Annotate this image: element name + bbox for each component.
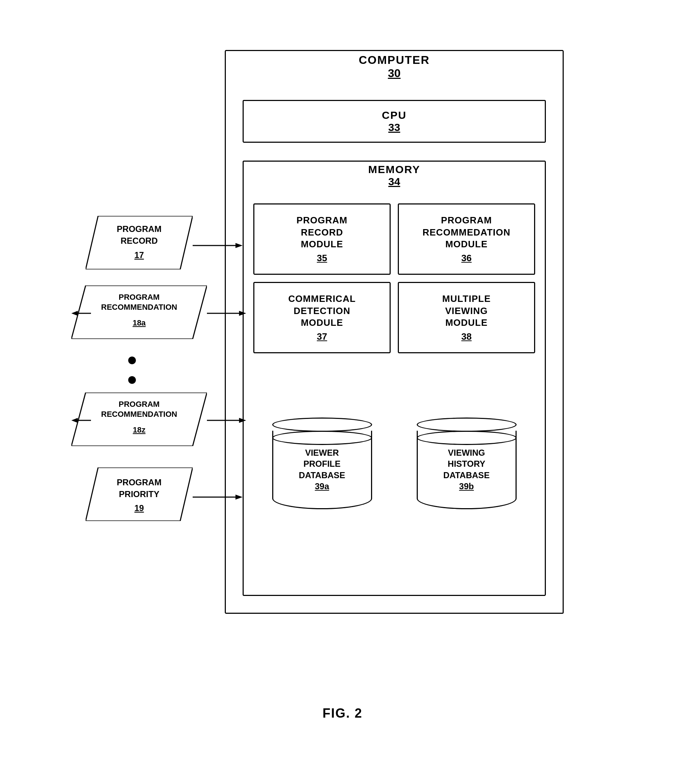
- database-row: VIEWERPROFILEDATABASE 39a VIEWINGHISTORY…: [253, 417, 535, 509]
- arrow-18z-right: [207, 415, 250, 427]
- svg-text:19: 19: [135, 503, 144, 513]
- module-grid: PROGRAMRECORDMODULE 35 PROGRAMRECOMMEDAT…: [253, 203, 535, 360]
- program-record-para: PROGRAM RECORD 17: [86, 216, 193, 271]
- commercial-detection-module-box: COMMERICALDETECTIONMODULE 37: [253, 282, 391, 353]
- program-record-svg: PROGRAM RECORD 17: [86, 216, 193, 269]
- cylinder-top-2: [417, 417, 516, 432]
- program-recommendation-module-box: PROGRAMRECOMMEDATIONMODULE 36: [398, 203, 535, 275]
- svg-marker-11: [71, 311, 78, 316]
- arrow-svg-6: [193, 492, 246, 502]
- cpu-box: CPU 33: [243, 100, 546, 143]
- vhdb-text: VIEWINGHISTORYDATABASE 39b: [440, 447, 493, 492]
- diagram-container: COMPUTER 30 CPU 33 MEMORY 34 PROGRAMRECO…: [71, 29, 614, 724]
- cylinder-top-1: [272, 417, 372, 432]
- arrow-18z-left: [71, 415, 93, 427]
- svg-marker-13: [239, 311, 246, 316]
- prcm-title: PROGRAMRECOMMEDATIONMODULE: [422, 214, 511, 250]
- mvm-title: MULTIPLEVIEWINGMODULE: [442, 293, 490, 329]
- computer-title: COMPUTER: [359, 54, 430, 67]
- svg-marker-19: [71, 418, 78, 423]
- memory-title: MEMORY: [368, 164, 420, 175]
- arrow-pr-to-module: [193, 240, 246, 252]
- svg-text:RECOMMENDATION: RECOMMENDATION: [101, 410, 177, 419]
- computer-num: 30: [225, 67, 564, 80]
- vpdb-num: 39a: [299, 480, 345, 492]
- viewing-history-db-container: VIEWINGHISTORYDATABASE 39b: [398, 417, 535, 509]
- program-priority-svg: PROGRAM PRIORITY 19: [86, 467, 193, 521]
- cylinder-body-1: VIEWERPROFILEDATABASE 39a: [272, 431, 372, 509]
- cpu-num: 33: [388, 121, 400, 133]
- arrow-svg-3: [207, 308, 250, 319]
- program-record-module-box: PROGRAMRECORDMODULE 35: [253, 203, 391, 275]
- cpu-title: CPU: [382, 109, 406, 121]
- svg-text:PROGRAM: PROGRAM: [119, 293, 160, 302]
- viewer-profile-db-cylinder: VIEWERPROFILEDATABASE 39a: [272, 417, 372, 509]
- multiple-viewing-module-box: MULTIPLEVIEWINGMODULE 38: [398, 282, 535, 353]
- prm-num: 35: [317, 253, 327, 264]
- svg-text:PROGRAM: PROGRAM: [117, 224, 161, 234]
- vhdb-num: 39b: [443, 480, 490, 492]
- arrow-svg-2: [71, 308, 93, 319]
- arrow-svg-1: [193, 240, 246, 251]
- svg-text:PROGRAM: PROGRAM: [119, 400, 160, 409]
- program-priority-para: PROGRAM PRIORITY 19: [86, 467, 193, 523]
- svg-text:PROGRAM: PROGRAM: [117, 477, 161, 487]
- arrow-svg-4: [71, 415, 93, 426]
- cylinder-inner-top-2: [417, 431, 516, 445]
- mvm-num: 38: [461, 331, 472, 342]
- memory-num: 34: [243, 175, 546, 188]
- vpdb-text: VIEWERPROFILEDATABASE 39a: [295, 447, 349, 492]
- arrow-18a-right: [207, 308, 250, 320]
- prcm-num: 36: [461, 253, 472, 264]
- arrow-pp-to-module: [193, 492, 246, 504]
- arrow-svg-5: [207, 415, 250, 426]
- viewer-profile-db-container: VIEWERPROFILEDATABASE 39a: [253, 417, 391, 509]
- computer-label: COMPUTER 30: [225, 54, 564, 80]
- svg-text:17: 17: [135, 250, 144, 260]
- svg-text:PRIORITY: PRIORITY: [119, 489, 159, 499]
- memory-label: MEMORY 34: [243, 164, 546, 188]
- cdm-title: COMMERICALDETECTIONMODULE: [288, 293, 356, 329]
- svg-text:RECORD: RECORD: [120, 236, 158, 245]
- arrow-18a-left: [71, 308, 93, 320]
- svg-marker-27: [235, 495, 243, 500]
- svg-text:18a: 18a: [133, 318, 146, 327]
- svg-text:18z: 18z: [133, 425, 145, 434]
- svg-marker-5: [235, 243, 243, 248]
- cylinder-inner-top-1: [272, 431, 372, 445]
- prm-title: PROGRAMRECORDMODULE: [297, 214, 347, 250]
- module-row-1: PROGRAMRECORDMODULE 35 PROGRAMRECOMMEDAT…: [253, 203, 535, 275]
- svg-text:RECOMMENDATION: RECOMMENDATION: [101, 303, 177, 312]
- viewing-history-db-cylinder: VIEWINGHISTORYDATABASE 39b: [417, 417, 516, 509]
- module-row-2: COMMERICALDETECTIONMODULE 37 MULTIPLEVIE…: [253, 282, 535, 353]
- fig-label-text: FIG. 2: [323, 706, 362, 721]
- cdm-num: 37: [317, 331, 327, 342]
- cylinder-body-2: VIEWINGHISTORYDATABASE 39b: [417, 431, 516, 509]
- svg-marker-21: [239, 418, 246, 423]
- fig-label: FIG. 2: [323, 706, 362, 721]
